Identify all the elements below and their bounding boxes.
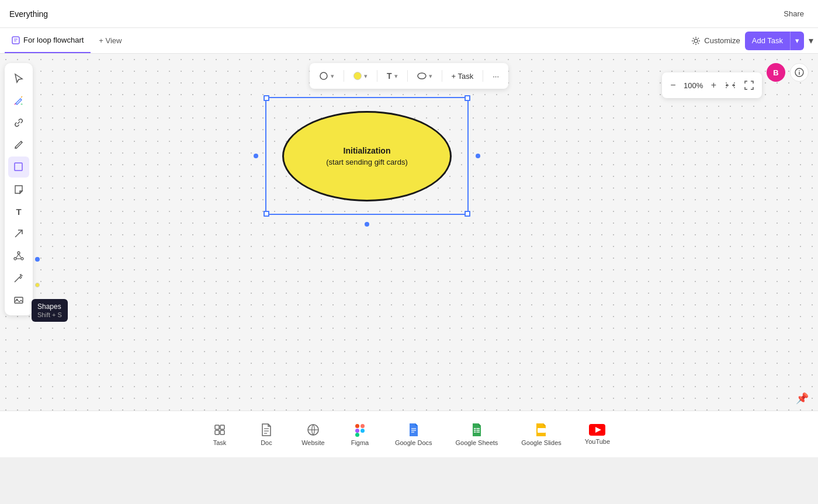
- handle-ml[interactable]: [254, 154, 258, 158]
- tool-select[interactable]: [8, 68, 29, 89]
- canvas-node-wrapper[interactable]: Initialization (start sending gift cards…: [269, 100, 465, 211]
- tool-network[interactable]: [8, 245, 29, 266]
- ellipse-node[interactable]: Initialization (start sending gift cards…: [282, 111, 452, 201]
- tool-arrow[interactable]: [8, 223, 29, 244]
- svg-rect-50: [538, 428, 546, 433]
- google-docs-label: Google Docs: [395, 439, 432, 446]
- add-task-canvas-label: + Task: [452, 72, 474, 81]
- tool-sticky-note[interactable]: [8, 179, 29, 200]
- bottom-item-google-sheets[interactable]: Google Sheets: [444, 418, 510, 451]
- color-swatch: [353, 72, 362, 80]
- svg-rect-46: [474, 428, 480, 429]
- bottom-item-figma[interactable]: Figma: [337, 418, 383, 451]
- add-view-button[interactable]: + View: [93, 33, 127, 48]
- svg-rect-39: [361, 424, 365, 428]
- svg-point-10: [21, 258, 23, 260]
- svg-rect-41: [355, 433, 359, 437]
- fullscreen-button[interactable]: [741, 78, 757, 92]
- color-picker-button[interactable]: ▾: [349, 69, 372, 82]
- top-bar-left: Everything: [9, 9, 48, 19]
- svg-point-21: [418, 73, 426, 79]
- tool-link[interactable]: [8, 112, 29, 133]
- text-format-icon: T: [387, 71, 392, 81]
- avatar: B: [767, 63, 785, 82]
- flowchart-node[interactable]: Initialization (start sending gift cards…: [269, 100, 465, 211]
- tool-magic[interactable]: [8, 267, 29, 289]
- share-button[interactable]: Share: [779, 7, 809, 20]
- svg-rect-18: [15, 297, 23, 303]
- handle-mr[interactable]: [476, 154, 480, 158]
- pen-plus-icon: +: [13, 95, 24, 106]
- svg-rect-38: [355, 424, 359, 428]
- svg-rect-32: [220, 430, 224, 435]
- more-canvas-button[interactable]: ···: [488, 69, 504, 83]
- canvas-area: +: [0, 54, 818, 457]
- bottom-item-google-slides[interactable]: Google Slides: [509, 418, 573, 451]
- select-icon: [13, 73, 24, 84]
- network-icon: [13, 251, 24, 261]
- shape-selector-button[interactable]: ▾: [314, 69, 339, 83]
- gear-icon: [691, 36, 701, 46]
- bottom-bar: Task Doc: [0, 411, 818, 457]
- separator-1: [344, 70, 344, 82]
- svg-line-4: [21, 96, 22, 98]
- tab-label: For loop flowchart: [23, 36, 84, 44]
- add-task-canvas-button[interactable]: + Task: [447, 69, 479, 83]
- add-task-arrow[interactable]: ▾: [791, 32, 804, 50]
- tool-pen-plus[interactable]: +: [8, 90, 29, 111]
- handle-tr[interactable]: [465, 95, 470, 101]
- text-icon: T: [16, 207, 21, 217]
- fit-width-button[interactable]: [722, 78, 739, 92]
- tool-image[interactable]: [8, 290, 29, 311]
- zoom-out-button[interactable]: −: [667, 78, 679, 93]
- top-bar: Everything Share: [0, 0, 818, 28]
- bottom-item-google-docs[interactable]: Google Docs: [383, 418, 444, 451]
- bottom-item-website[interactable]: Website: [290, 418, 337, 451]
- svg-point-42: [361, 429, 365, 433]
- google-sheets-icon: [471, 423, 483, 437]
- svg-rect-40: [355, 429, 359, 433]
- svg-point-3: [694, 39, 698, 43]
- handle-bl[interactable]: [264, 211, 269, 217]
- tool-shapes[interactable]: [8, 157, 29, 178]
- app-title: Everything: [9, 9, 48, 19]
- handle-br[interactable]: [465, 211, 470, 217]
- zoom-in-button[interactable]: +: [708, 78, 720, 93]
- tool-text[interactable]: T: [8, 201, 29, 222]
- separator-2: [377, 70, 377, 82]
- svg-line-12: [19, 254, 21, 258]
- svg-line-7: [15, 230, 22, 237]
- website-label: Website: [301, 439, 325, 446]
- add-task-label[interactable]: Add Task: [745, 32, 791, 50]
- add-task-button[interactable]: Add Task ▾: [745, 32, 804, 50]
- flowchart-icon: [12, 36, 20, 44]
- tab-flowchart[interactable]: For loop flowchart: [5, 28, 91, 53]
- canvas-right-controls: − 100% +: [767, 63, 809, 82]
- tool-pencil[interactable]: [8, 134, 29, 155]
- bottom-item-doc[interactable]: Doc: [243, 418, 290, 451]
- handle-mb[interactable]: [365, 222, 369, 227]
- shapes-tooltip: Shapes Shift + S: [32, 299, 68, 322]
- pin-icon[interactable]: 📌: [796, 392, 809, 405]
- svg-point-8: [18, 252, 20, 254]
- text-format-button[interactable]: T ▾: [382, 69, 403, 83]
- info-icon: [795, 68, 804, 77]
- doc-label: Doc: [261, 439, 272, 446]
- node-subtitle: (start sending gift cards): [326, 158, 407, 166]
- svg-point-28: [799, 70, 800, 71]
- connector-dot-blue: [35, 257, 40, 262]
- ellipse-button[interactable]: ▾: [413, 70, 437, 82]
- customize-button[interactable]: Customize: [691, 36, 740, 46]
- bottom-item-youtube[interactable]: YouTube: [573, 419, 622, 450]
- fit-width-icon: [726, 81, 735, 90]
- link-icon: [13, 117, 24, 128]
- more-options-button[interactable]: ▾: [809, 35, 813, 46]
- bottom-item-task[interactable]: Task: [196, 418, 243, 451]
- youtube-label: YouTube: [585, 438, 610, 445]
- svg-point-20: [320, 72, 327, 79]
- shape-dropdown-arrow: ▾: [331, 72, 334, 80]
- doc-icon: [260, 423, 273, 437]
- circle-shape-icon: [319, 71, 328, 81]
- separator-5: [483, 70, 483, 82]
- info-button[interactable]: [790, 63, 809, 82]
